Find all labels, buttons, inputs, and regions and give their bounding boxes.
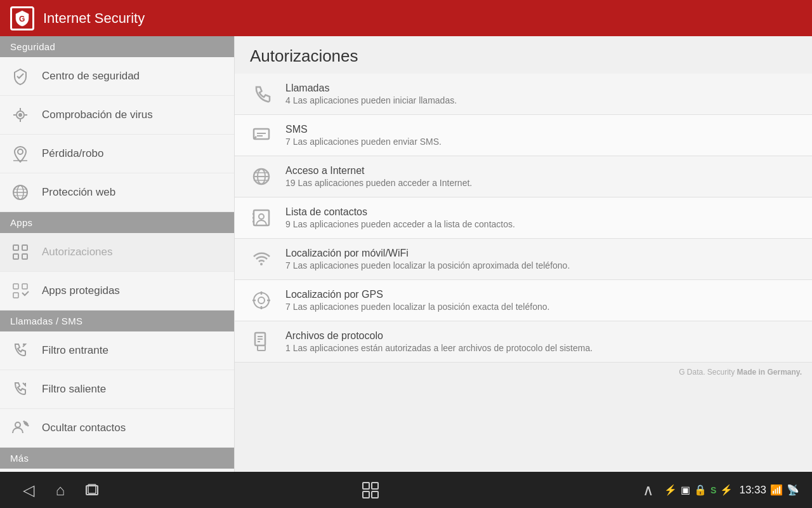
sidebar-section-header: Apps bbox=[0, 212, 234, 233]
svg-rect-14 bbox=[13, 245, 18, 250]
sidebar-section-header: Seguridad bbox=[0, 36, 234, 57]
svg-rect-53 bbox=[363, 483, 369, 489]
sidebar-section-header: Más bbox=[0, 448, 234, 469]
permission-description: 9 Las aplicaciones pueden acceder a la l… bbox=[285, 219, 797, 229]
call-in-icon bbox=[10, 340, 30, 361]
sidebar-item-perdida-robo[interactable]: Pérdida/robo bbox=[0, 135, 234, 173]
usb-icon: ⚡ bbox=[664, 484, 677, 496]
app-logo: G bbox=[10, 6, 34, 30]
battery-icon: ⚡ bbox=[720, 484, 733, 496]
call-out-icon bbox=[10, 379, 30, 399]
permission-title: Lista de contactos bbox=[285, 206, 797, 218]
app-title: Internet Security bbox=[43, 10, 145, 27]
sidebar-item-label: Comprobación de virus bbox=[42, 109, 153, 121]
svg-point-35 bbox=[259, 214, 264, 219]
permission-description: 19 Las aplicaciones pueden acceder a Int… bbox=[285, 178, 797, 188]
up-button[interactable]: ∧ bbox=[632, 474, 664, 506]
web-protect-icon bbox=[10, 182, 30, 203]
svg-point-7 bbox=[18, 149, 23, 154]
internet-icon bbox=[250, 165, 273, 188]
sidebar-section-header: Llamadas / SMS bbox=[0, 311, 234, 331]
sidebar-item-label: Filtro saliente bbox=[42, 383, 106, 396]
sidebar-item-label: Apps protegidas bbox=[42, 284, 120, 297]
permission-text: Llamadas4 Las aplicaciones pueden inicia… bbox=[285, 83, 797, 105]
permission-description: 7 Las aplicaciones pueden enviar SMS. bbox=[285, 137, 797, 147]
shield-check-icon bbox=[10, 66, 30, 86]
sidebar-item-ajustes[interactable]: Ajustes bbox=[0, 469, 234, 472]
main-layout: SeguridadCentro de seguridadComprobación… bbox=[0, 36, 812, 472]
sidebar-item-label: Filtro entrante bbox=[42, 344, 108, 357]
svg-rect-15 bbox=[22, 245, 27, 250]
permission-title: Acceso a Internet bbox=[285, 165, 797, 177]
home-button[interactable]: ⌂ bbox=[44, 474, 76, 506]
svg-point-39 bbox=[260, 263, 263, 265]
top-bar: G Internet Security bbox=[0, 0, 812, 36]
permission-description: 7 Las aplicaciones pueden localizar la p… bbox=[285, 260, 797, 271]
sidebar-item-label: Autorizaciones bbox=[42, 246, 113, 258]
permission-item-localizacion-movil[interactable]: Localización por móvil/WiFi7 Las aplicac… bbox=[235, 239, 812, 280]
clock: 13:33 bbox=[739, 484, 766, 497]
permission-text: Lista de contactos9 Las aplicaciones pue… bbox=[285, 206, 797, 229]
sidebar-item-label: Centro de seguridad bbox=[42, 70, 140, 83]
svg-rect-55 bbox=[363, 491, 369, 498]
sidebar-item-autorizaciones[interactable]: Autorizaciones bbox=[0, 233, 234, 272]
sidebar: SeguridadCentro de seguridadComprobación… bbox=[0, 36, 235, 472]
sidebar-item-apps-protegidas[interactable]: Apps protegidas bbox=[0, 272, 234, 311]
scan-button[interactable] bbox=[355, 474, 386, 506]
svg-point-41 bbox=[258, 297, 265, 304]
permission-title: Llamadas bbox=[285, 83, 797, 94]
permission-text: Archivos de protocolo1 Las aplicaciones … bbox=[285, 330, 797, 353]
brand-icon: S bbox=[710, 485, 716, 495]
permission-item-localizacion-gps[interactable]: Localización por GPS7 Las aplicaciones p… bbox=[235, 280, 812, 321]
wifi-icon: 📶 bbox=[770, 484, 783, 496]
permission-text: SMS7 Las aplicaciones pueden enviar SMS. bbox=[285, 124, 797, 147]
sidebar-item-comprobacion-virus[interactable]: Comprobación de virus bbox=[0, 96, 234, 135]
notification-icon: ▣ bbox=[681, 484, 690, 496]
sms-icon bbox=[250, 124, 273, 147]
svg-point-6 bbox=[18, 113, 22, 117]
svg-rect-54 bbox=[372, 483, 378, 489]
svg-text:G: G bbox=[19, 15, 25, 23]
permission-title: SMS bbox=[285, 124, 797, 135]
svg-rect-34 bbox=[254, 210, 269, 225]
recents-button[interactable] bbox=[76, 474, 108, 506]
permission-item-lista-contactos[interactable]: Lista de contactos9 Las aplicaciones pue… bbox=[235, 197, 812, 239]
svg-rect-19 bbox=[22, 284, 27, 289]
svg-point-21 bbox=[15, 422, 20, 427]
sidebar-item-filtro-entrante[interactable]: Filtro entrante bbox=[0, 331, 234, 370]
sidebar-item-filtro-saliente[interactable]: Filtro saliente bbox=[0, 370, 234, 409]
file-log-icon bbox=[250, 330, 273, 353]
permission-item-archivos-protocolo[interactable]: Archivos de protocolo1 Las aplicaciones … bbox=[235, 321, 812, 363]
svg-rect-56 bbox=[372, 491, 378, 498]
vpn-icon: 🔒 bbox=[694, 484, 707, 496]
permission-item-sms[interactable]: SMS7 Las aplicaciones pueden enviar SMS. bbox=[235, 115, 812, 156]
content-area: Autorizaciones Llamadas4 Las aplicacione… bbox=[235, 36, 812, 472]
svg-rect-17 bbox=[22, 254, 27, 259]
permission-text: Localización por móvil/WiFi7 Las aplicac… bbox=[285, 248, 797, 271]
svg-point-40 bbox=[254, 293, 269, 308]
bottom-nav-bar: ◁ ⌂ ∧ ⚡ ▣ 🔒 S ⚡ 13:33 📶 📡 bbox=[0, 472, 812, 508]
phone-icon bbox=[250, 83, 273, 105]
location-lost-icon bbox=[10, 144, 30, 164]
back-button[interactable]: ◁ bbox=[13, 474, 44, 506]
footer-brand: G Data. Security Made in Germany. bbox=[235, 363, 812, 382]
virus-scan-icon bbox=[10, 105, 30, 125]
permission-title: Localización por móvil/WiFi bbox=[285, 248, 797, 259]
page-title: Autorizaciones bbox=[235, 36, 812, 74]
status-area: ⚡ ▣ 🔒 S ⚡ 13:33 📶 📡 bbox=[664, 484, 799, 497]
apps-protected-icon bbox=[10, 281, 30, 301]
permission-title: Localización por GPS bbox=[285, 289, 797, 300]
sidebar-item-label: Pérdida/robo bbox=[42, 147, 103, 160]
hide-contacts-icon bbox=[10, 418, 30, 438]
wifi-location-icon bbox=[250, 248, 273, 271]
permission-description: 1 Las aplicaciones están autorizadas a l… bbox=[285, 343, 797, 353]
sidebar-item-proteccion-web[interactable]: Protección web bbox=[0, 173, 234, 212]
permission-item-llamadas[interactable]: Llamadas4 Las aplicaciones pueden inicia… bbox=[235, 74, 812, 115]
permission-text: Localización por GPS7 Las aplicaciones p… bbox=[285, 289, 797, 312]
permission-item-acceso-internet[interactable]: Acceso a Internet19 Las aplicaciones pue… bbox=[235, 156, 812, 197]
sidebar-item-ocultar-contactos[interactable]: Ocultar contactos bbox=[0, 409, 234, 448]
permission-description: 7 Las aplicaciones pueden localizar la p… bbox=[285, 302, 797, 312]
sidebar-item-label: Ocultar contactos bbox=[42, 422, 126, 434]
grid-apps-icon bbox=[10, 242, 30, 262]
sidebar-item-centro-seguridad[interactable]: Centro de seguridad bbox=[0, 57, 234, 96]
